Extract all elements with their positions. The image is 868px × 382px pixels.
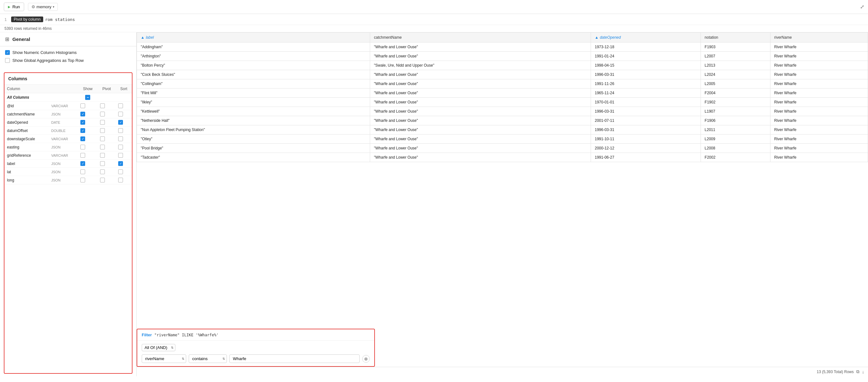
- col-pivot-cell[interactable]: [97, 135, 116, 143]
- col-sort-cell[interactable]: ✓: [116, 160, 132, 168]
- filter-value-input[interactable]: [229, 354, 360, 363]
- data-cell: "Wharfe and Lower Ouse": [370, 98, 591, 107]
- data-table-row: "Otley""Wharfe and Lower Ouse"1991-10-11…: [137, 135, 868, 144]
- col-sort-cell[interactable]: [116, 168, 132, 176]
- col-pivot-cell[interactable]: [97, 151, 116, 160]
- download-icon[interactable]: ↓: [862, 369, 864, 374]
- col-pivot-cell[interactable]: [97, 93, 116, 102]
- pivot-checkbox[interactable]: [100, 161, 105, 166]
- col-pivot-cell[interactable]: [97, 143, 116, 151]
- pivot-checkbox[interactable]: [100, 120, 105, 125]
- memory-badge[interactable]: ⚙ memory ▾: [28, 3, 58, 11]
- col-type-cell: JSON: [49, 176, 78, 184]
- pivot-checkbox[interactable]: [100, 136, 105, 141]
- col-pivot-cell[interactable]: [97, 102, 116, 110]
- sort-checkbox[interactable]: ✓: [118, 161, 123, 166]
- sort-checkbox[interactable]: [118, 136, 123, 141]
- show-histograms-checkbox[interactable]: ✓: [5, 50, 10, 55]
- col-show-cell[interactable]: [78, 176, 97, 184]
- col-show-cell[interactable]: ✓: [78, 160, 97, 168]
- data-cell: River Wharfe: [770, 144, 868, 153]
- panel-title: General: [12, 36, 30, 42]
- col-show-cell[interactable]: ✓: [78, 135, 97, 143]
- filter-close-button[interactable]: ⊗: [362, 355, 370, 362]
- show-checkbox[interactable]: [81, 169, 85, 174]
- op-select[interactable]: contains equals starts with ends with: [189, 354, 227, 363]
- col-show-cell[interactable]: [78, 143, 97, 151]
- col-name-cell: gridReference: [4, 151, 49, 160]
- col-type: JSON: [51, 112, 60, 116]
- field-select[interactable]: riverName label catchmentName: [142, 354, 186, 363]
- sort-checkbox[interactable]: [118, 153, 123, 158]
- data-table-header[interactable]: catchmentName: [370, 33, 591, 42]
- show-checkbox[interactable]: ✓: [81, 112, 85, 116]
- sort-checkbox[interactable]: [118, 103, 123, 108]
- all-of-select[interactable]: All Of (AND) Any Of (OR): [142, 344, 175, 351]
- col-pivot-cell[interactable]: [97, 127, 116, 135]
- col-sort-cell[interactable]: [116, 110, 132, 118]
- col-pivot-cell[interactable]: [97, 168, 116, 176]
- col-show-cell[interactable]: [78, 168, 97, 176]
- col-show-cell[interactable]: −: [78, 93, 97, 102]
- col-sort-cell[interactable]: [116, 102, 132, 110]
- col-sort-cell[interactable]: [116, 143, 132, 151]
- col-pivot-cell[interactable]: [97, 118, 116, 127]
- show-checkbox[interactable]: [81, 103, 85, 108]
- pivot-checkbox[interactable]: [100, 153, 105, 158]
- col-name: downstageScale: [7, 137, 35, 141]
- show-checkbox[interactable]: [81, 178, 85, 182]
- col-show-cell[interactable]: [78, 151, 97, 160]
- show-checkbox[interactable]: [81, 145, 85, 149]
- show-histograms-row: ✓ Show Numeric Column Histograms: [5, 50, 131, 55]
- show-aggregations-checkbox[interactable]: [5, 58, 10, 63]
- sort-checkbox[interactable]: [118, 145, 123, 149]
- data-table-header[interactable]: notation: [701, 33, 770, 42]
- pivot-checkbox[interactable]: [100, 178, 105, 182]
- table-row: downstageScaleVARCHAR✓: [4, 135, 132, 143]
- col-sort-cell[interactable]: [116, 93, 132, 102]
- show-checkbox[interactable]: [81, 153, 85, 158]
- col-show-cell[interactable]: [78, 102, 97, 110]
- data-table-header[interactable]: ▲dateOpened: [591, 33, 701, 42]
- right-panel: ▲labelcatchmentName▲dateOpenednotationri…: [136, 32, 868, 376]
- minus-icon[interactable]: −: [85, 95, 90, 100]
- show-checkbox[interactable]: ✓: [81, 120, 85, 125]
- col-sort-cell[interactable]: ✓: [116, 118, 132, 127]
- col-pivot-cell[interactable]: [97, 176, 116, 184]
- col-pivot-cell[interactable]: [97, 110, 116, 118]
- data-cell: River Wharfe: [770, 98, 868, 107]
- col-sort-cell[interactable]: [116, 151, 132, 160]
- sort-checkbox[interactable]: [118, 128, 123, 133]
- pivot-checkbox[interactable]: [100, 169, 105, 174]
- pivot-checkbox[interactable]: [100, 145, 105, 149]
- col-name-cell: label: [4, 160, 49, 168]
- filter-label: Filter: [142, 333, 152, 337]
- col-header-sort: Sort: [116, 85, 132, 93]
- pivot-checkbox[interactable]: [100, 112, 105, 116]
- sort-checkbox[interactable]: [118, 112, 123, 116]
- copy-icon[interactable]: ⧉: [856, 369, 860, 374]
- col-sort-cell[interactable]: [116, 176, 132, 184]
- col-sort-cell[interactable]: [116, 127, 132, 135]
- col-name: All Columns: [7, 95, 29, 100]
- sort-checkbox[interactable]: [118, 169, 123, 174]
- pivot-checkbox[interactable]: [100, 128, 105, 133]
- col-show-cell[interactable]: ✓: [78, 127, 97, 135]
- data-table-header[interactable]: riverName: [770, 33, 868, 42]
- show-aggregations-row: Show Global Aggregations as Top Row: [5, 58, 131, 63]
- run-button[interactable]: ▶ Run: [4, 3, 24, 11]
- col-show-cell[interactable]: ✓: [78, 118, 97, 127]
- sort-checkbox[interactable]: ✓: [118, 120, 123, 125]
- col-sort-cell[interactable]: [116, 135, 132, 143]
- sort-checkbox[interactable]: [118, 178, 123, 182]
- data-table-header[interactable]: ▲label: [137, 33, 370, 42]
- col-show-cell[interactable]: ✓: [78, 110, 97, 118]
- show-checkbox[interactable]: ✓: [81, 136, 85, 141]
- show-checkbox[interactable]: ✓: [81, 128, 85, 133]
- data-table-container[interactable]: ▲labelcatchmentName▲dateOpenednotationri…: [136, 32, 868, 367]
- col-pivot-cell[interactable]: [97, 160, 116, 168]
- data-table-row: "Arthington""Wharfe and Lower Ouse"1991-…: [137, 52, 868, 61]
- show-checkbox[interactable]: ✓: [81, 161, 85, 166]
- expand-button[interactable]: ⤢: [860, 4, 864, 10]
- pivot-checkbox[interactable]: [100, 103, 105, 108]
